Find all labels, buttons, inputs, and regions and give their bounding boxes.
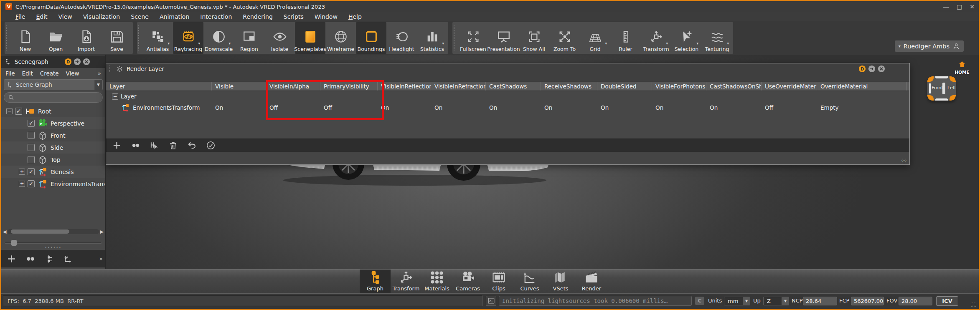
- menu-scripts[interactable]: Scripts: [284, 13, 304, 20]
- layer-value-cell[interactable]: Off: [266, 104, 320, 111]
- layer-group-row[interactable]: −Layer: [106, 91, 909, 101]
- wireframe-button[interactable]: Wireframe: [325, 22, 356, 54]
- menu-window[interactable]: Window: [315, 13, 338, 20]
- layer-value-cell[interactable]: On: [431, 104, 486, 111]
- navcube-edge[interactable]: [935, 98, 948, 101]
- antialias-button[interactable]: ▾Antialias: [142, 22, 173, 54]
- toggle-layers-icon[interactable]: [131, 141, 140, 150]
- graph-type-dropdown[interactable]: Scene Graph ▼: [4, 79, 103, 90]
- menu-overflow-icon[interactable]: »: [98, 70, 101, 77]
- menu-visualization[interactable]: Visualization: [83, 13, 120, 20]
- drag-handle-icon[interactable]: [454, 25, 457, 50]
- node-edit-icon[interactable]: [44, 254, 54, 264]
- column-header-visibleinalpha[interactable]: VisibleInAlpha: [266, 82, 320, 91]
- clear-log-button[interactable]: C: [695, 297, 704, 305]
- dropdown-arrow-icon[interactable]: ▾: [727, 41, 729, 45]
- horizontal-scrollbar[interactable]: ◀ ▶: [3, 228, 104, 235]
- module-vsets-button[interactable]: VSets: [545, 270, 576, 293]
- navcube-corner[interactable]: [950, 76, 956, 82]
- ncp-field[interactable]: 28.64: [803, 297, 837, 305]
- scroll-right-icon[interactable]: ▶: [100, 229, 104, 234]
- dropdown-arrow-icon[interactable]: ▾: [442, 41, 444, 45]
- module-curves-button[interactable]: Curves: [514, 270, 545, 293]
- visibility-checkbox[interactable]: ✓: [15, 108, 22, 115]
- navcube-corner[interactable]: [927, 95, 934, 101]
- column-header-visibleinreflection[interactable]: VisibleInReflection: [378, 82, 431, 91]
- layer-value-cell[interactable]: Empty: [817, 104, 907, 111]
- selection-button[interactable]: ▾Selection: [671, 22, 702, 54]
- dropdown-arrow-icon[interactable]: ▾: [605, 41, 607, 45]
- menu-rendering[interactable]: Rendering: [243, 13, 273, 20]
- close-icon[interactable]: ✕: [970, 4, 975, 10]
- icv-button[interactable]: ICV: [936, 296, 958, 306]
- column-header-visible[interactable]: Visible: [212, 82, 266, 91]
- statistics-button[interactable]: ▾Statistics: [417, 22, 447, 54]
- delete-icon[interactable]: [168, 141, 178, 150]
- module-transform-button[interactable]: Transform: [391, 270, 421, 293]
- navcube-edge[interactable]: [935, 76, 948, 78]
- detach-icon[interactable]: [74, 58, 81, 66]
- tree-item-environmentstransform[interactable]: +✓EnvironmentsTransform: [1, 178, 105, 190]
- transform-tool-icon[interactable]: [63, 254, 73, 264]
- fullscreen-button[interactable]: Fullscreen: [458, 22, 488, 54]
- dock-badge-icon[interactable]: D: [64, 58, 72, 66]
- drag-handle-icon[interactable]: [138, 25, 142, 50]
- menu-help[interactable]: Help: [348, 13, 362, 20]
- column-header-receiveshadows[interactable]: ReceiveShadows: [541, 82, 597, 91]
- menu-animation[interactable]: Animation: [160, 13, 189, 20]
- tree-item-front[interactable]: Front: [1, 129, 105, 141]
- search-input[interactable]: [4, 92, 103, 103]
- column-header-primaryvisibility[interactable]: PrimaryVisibility: [320, 82, 378, 91]
- scrollbar-track[interactable]: [8, 229, 99, 234]
- dropdown-arrow-icon[interactable]: ▾: [696, 41, 698, 45]
- sceneplates-button[interactable]: Sceneplates: [295, 22, 325, 54]
- navcube-face-front[interactable]: Front: [932, 85, 943, 91]
- fcp-field[interactable]: 562607.00: [851, 297, 884, 305]
- scroll-left-icon[interactable]: ◀: [3, 229, 6, 234]
- up-axis-dropdown[interactable]: Z ▼: [763, 297, 789, 305]
- add-layer-icon[interactable]: [112, 141, 122, 150]
- toggle-nodes-icon[interactable]: [25, 254, 36, 264]
- menu-file[interactable]: File: [15, 13, 25, 20]
- layer-value-cell[interactable]: Off: [320, 104, 378, 111]
- module-clips-button[interactable]: Clips: [483, 270, 514, 293]
- user-account-button[interactable]: ▾ Ruediger Ambs: [895, 40, 964, 52]
- collapse-icon[interactable]: −: [6, 108, 13, 114]
- visibility-checkbox[interactable]: [28, 156, 35, 163]
- slider-thumb[interactable]: [11, 240, 17, 246]
- module-graph-button[interactable]: Graph: [360, 270, 391, 293]
- layer-value-cell[interactable]: On: [652, 104, 706, 111]
- apply-check-icon[interactable]: [206, 141, 216, 150]
- collapse-icon[interactable]: −: [112, 93, 118, 100]
- drag-handle-icon[interactable]: [6, 25, 9, 50]
- module-materials-button[interactable]: Materials: [421, 270, 452, 293]
- grid-button[interactable]: ▾Grid: [580, 22, 610, 54]
- menu-interaction[interactable]: Interaction: [200, 13, 232, 20]
- menu-scene[interactable]: Scene: [131, 13, 149, 20]
- scenegraph-menu-edit[interactable]: Edit: [22, 70, 33, 77]
- boundings-button[interactable]: Boundings: [356, 22, 386, 54]
- drag-handle-icon[interactable]: [109, 66, 113, 72]
- tree-item-perspective[interactable]: ✓PPerspective: [1, 117, 105, 129]
- tree-item-root[interactable]: −✓Root: [1, 105, 105, 117]
- visibility-checkbox[interactable]: ✓: [28, 120, 35, 127]
- save-button[interactable]: Save: [102, 22, 132, 54]
- maximize-icon[interactable]: □: [957, 4, 962, 10]
- add-selection-icon[interactable]: [150, 141, 159, 150]
- column-header-castshadows[interactable]: CastShadows: [486, 82, 541, 91]
- layer-value-cell[interactable]: On: [597, 104, 652, 111]
- column-header-visibleinrefraction[interactable]: VisibleInRefraction: [431, 82, 486, 91]
- navcube-edge[interactable]: [929, 83, 931, 93]
- log-message-field[interactable]: Initializing lightsources took 0.006600 …: [499, 296, 692, 306]
- column-header-layer[interactable]: Layer: [106, 82, 212, 91]
- raytracing-button[interactable]: CPU▾Raytracing: [173, 22, 203, 54]
- downscale-button[interactable]: ▾Downscale: [203, 22, 234, 54]
- tree-item-top[interactable]: Top: [1, 154, 105, 166]
- resize-grip-icon[interactable]: ∴∴∴∴: [971, 302, 977, 307]
- tree-zoom-slider[interactable]: [5, 240, 102, 246]
- expand-icon[interactable]: +: [19, 169, 25, 175]
- column-header-overridematerial[interactable]: OverrideMaterial: [817, 82, 907, 91]
- ruler-button[interactable]: Ruler: [610, 22, 641, 54]
- scrollbar-thumb[interactable]: [11, 229, 69, 234]
- isolate-button[interactable]: Isolate: [264, 22, 295, 54]
